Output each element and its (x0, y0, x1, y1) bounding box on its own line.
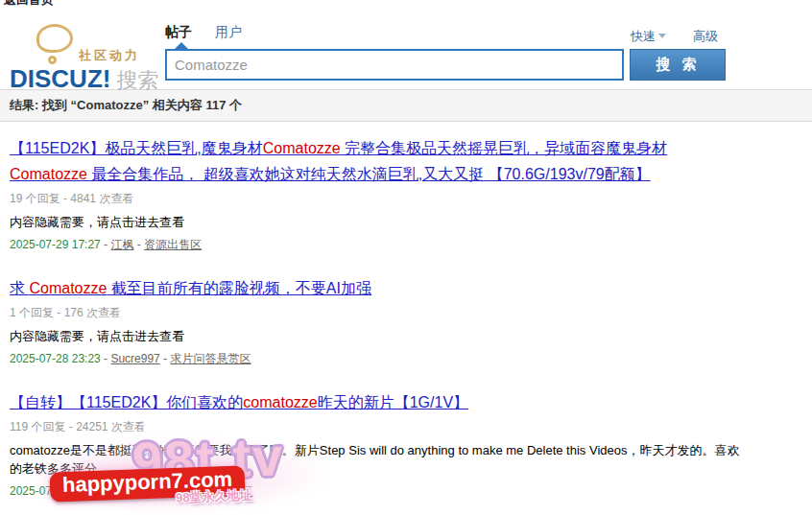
result-footer: 2025-07-28 23:23 - Sucre997 - 求片问答悬赏区 (10, 351, 741, 367)
result-footer: 2025-07-29 17:27 - 江枫 - 资源出售区 (10, 237, 741, 253)
search-mode-links: 快速高级 (631, 28, 718, 45)
tab-users[interactable]: 用户 (215, 24, 242, 41)
top-clipped-nav: 返回首页 (0, 0, 812, 9)
result-date: 2025-07-28 23:23 (10, 352, 101, 365)
logo-search-suffix: 搜索 (116, 68, 158, 92)
quick-search-link[interactable]: 快速 (631, 29, 656, 43)
logo-tagline: 社区动力 (79, 47, 140, 64)
search-input[interactable] (165, 49, 624, 81)
result-snippet: 内容隐藏需要，请点击进去查看 (10, 327, 741, 345)
result-title-link[interactable]: 求 Comatozze 截至目前所有的露脸视频，不要AI加强 (10, 275, 741, 301)
search-header: 社区动力 DISCUZ!搜索 帖子 用户 搜 索 快速高级 (0, 9, 812, 89)
tab-posts[interactable]: 帖子 (165, 24, 192, 41)
result-snippet: 内容隐藏需要，请点击进去查看 (10, 213, 741, 231)
result-meta: 19 个回复 - 4841 次查看 (10, 191, 741, 207)
result-forum-link[interactable]: 资源出售区 (144, 238, 202, 251)
result-date: 2025-07-26 08:54 (10, 484, 101, 498)
chevron-down-icon (658, 34, 666, 38)
result-title-link[interactable]: 【自转】【115ED2K】你们喜欢的comatozze昨天的新片【1G/1V】 (10, 389, 741, 415)
result-date: 2025-07-29 17:27 (10, 238, 101, 251)
search-button[interactable]: 搜 索 (630, 49, 726, 81)
result-footer: 2025-07-26 08:54 - dickspreadbell - 综合讨论… (10, 483, 741, 500)
result-author-link[interactable]: 江枫 (110, 238, 133, 251)
result-forum-link[interactable]: 综合讨论区 (195, 484, 252, 498)
result-author-link[interactable]: dickspreadbell (110, 484, 184, 498)
result-meta: 1 个回复 - 176 次查看 (10, 305, 741, 321)
logo-speech-bubble-icon (36, 24, 73, 53)
search-result: 【115ED2K】极品天然巨乳,魔鬼身材Comatozze 完整合集极品天然摇晃… (10, 135, 741, 253)
logo-bubble-dot-icon (48, 56, 57, 64)
discuz-logo[interactable]: 社区动力 DISCUZ!搜索 (10, 24, 163, 83)
active-tab-pointer-icon (175, 42, 188, 49)
search-result: 【自转】【115ED2K】你们喜欢的comatozze昨天的新片【1G/1V】 … (10, 389, 741, 500)
result-snippet: comatozze是不是都挺熟悉的了不需要我介绍了吧。新片Step Sis wi… (10, 441, 741, 478)
search-results-list: 【115ED2K】极品天然巨乳,魔鬼身材Comatozze 完整合集极品天然摇晃… (0, 122, 812, 515)
result-forum-link[interactable]: 求片问答悬赏区 (170, 352, 251, 365)
result-meta: 119 个回复 - 24251 次查看 (10, 419, 741, 435)
result-title-link[interactable]: 【115ED2K】极品天然巨乳,魔鬼身材Comatozze 完整合集极品天然摇晃… (10, 135, 741, 187)
logo-brand-text: DISCUZ! (10, 64, 110, 93)
search-result: 求 Comatozze 截至目前所有的露脸视频，不要AI加强 1 个回复 - 1… (10, 275, 741, 367)
advanced-search-link[interactable]: 高级 (693, 29, 718, 43)
result-author-link[interactable]: Sucre997 (110, 352, 159, 365)
return-home-link[interactable]: 返回首页 (4, 0, 812, 9)
